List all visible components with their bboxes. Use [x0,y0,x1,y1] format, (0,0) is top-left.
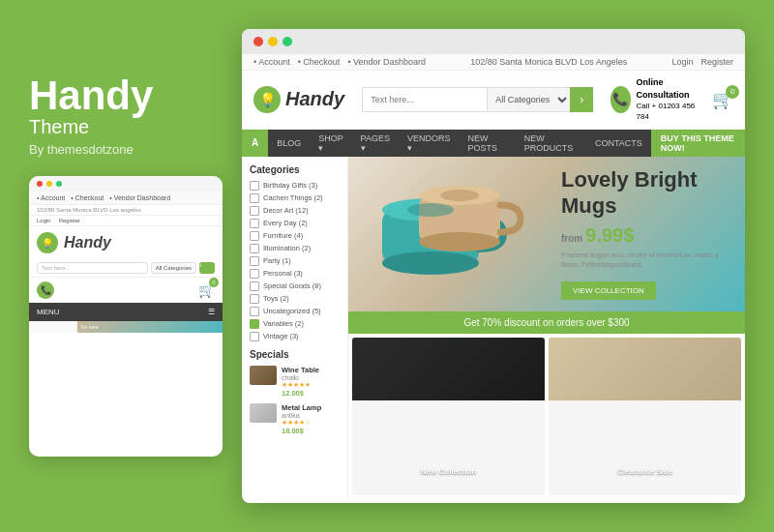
mobile-menu-bar[interactable]: MENU ☰ [29,303,223,321]
site-logo[interactable]: 💡 Handy [253,86,344,113]
mobile-nav-account[interactable]: • Account [37,194,65,201]
cat-vintage[interactable]: Vintage (3) [250,332,340,341]
site-consult: 📞 Online Consultation Call + 01203 456 7… [610,76,697,123]
mobile-logo-text: Handy [64,234,111,251]
mobile-top-bar [29,176,223,192]
site-logo-icon: 💡 [253,86,281,113]
mobile-content: Tor nare [29,321,223,333]
cat-variables[interactable]: Variables (2) [250,319,340,329]
site-search: All Categories › [362,87,593,112]
site-search-category[interactable]: All Categories [487,87,570,112]
cat-personal[interactable]: Personal (3) [250,269,340,279]
site-consult-text: Online Consultation Call + 01203 456 784 [637,76,698,123]
nav-cta[interactable]: BUY THIS THEME NOW! [651,130,745,157]
browser-dot-red [253,37,263,46]
product-new-collection[interactable]: New Collection [352,338,545,495]
mobile-register[interactable]: Register [59,218,80,223]
site-main: Lovely BrightMugs from 9.99$ Praesent au… [348,157,745,499]
mobile-login-row: Login Register [29,216,223,226]
product-img-new-collection [352,338,545,400]
mobile-cart-count: 0 [209,278,219,287]
hero-desc: Praesent augue arcu, ornare ut tincidunt… [561,251,726,270]
product-clearance[interactable]: Clearance Sale [549,338,741,495]
topbar-account[interactable]: • Account [253,57,290,67]
mobile-main: Tor nare [77,321,223,333]
nav-new-posts[interactable]: NEW POSTS [459,130,515,157]
view-collection-button[interactable]: VIEW COLLECTION [561,281,656,300]
site-topbar: • Account • Checkout • Vendor Dashboard … [242,54,745,71]
topbar-login[interactable]: Login [671,57,693,67]
cat-special[interactable]: Special Goods (8) [250,281,340,291]
nav-pages[interactable]: PAGES ▾ [352,130,399,157]
site-cart[interactable]: 🛒 0 [712,89,733,110]
svg-point-9 [407,203,454,217]
nav-vendors[interactable]: VENDORS ▾ [399,130,460,157]
special-wine-info: Wine Table chalki ★★★★★ 12.00$ [282,366,319,398]
special-lamp-info: Metal Lamp antika ★★★★☆ 18.00$ [282,403,321,435]
browser-dot-yellow [268,37,278,46]
cat-furniture[interactable]: Furniture (4) [250,231,340,241]
mobile-login[interactable]: Login [37,218,51,223]
mobile-nav-checkout[interactable]: • Checkout [71,194,104,201]
mobile-preview-label: Tor nare [77,321,223,333]
right-panel: • Account • Checkout • Vendor Dashboard … [242,29,745,503]
special-metal-lamp[interactable]: Metal Lamp antika ★★★★☆ 18.00$ [250,403,340,435]
cat-decor[interactable]: Decor Art (12) [250,206,340,216]
mobile-nav-vendor[interactable]: • Vendor Dashboard [109,194,170,201]
topbar-address: 102/80 Santa Monica BLVD Los Angeles [470,57,627,67]
topbar-register[interactable]: Register [700,57,733,67]
mobile-logo-icon: 💡 [37,232,58,253]
hero-price: from 9.99$ [561,224,726,247]
cat-toys[interactable]: Toys (2) [250,294,340,304]
site-search-input[interactable] [362,87,487,112]
site-search-button[interactable]: › [570,87,593,112]
mobile-dot-yellow [46,181,52,187]
mobile-menu-label: MENU [37,308,60,316]
sidebar-specials: Specials Wine Table chalki ★★★★★ 12.00$ … [250,349,340,435]
cat-illumination[interactable]: Illumination (2) [250,244,340,253]
left-panel: Handy Theme By themesdotzone • Account •… [29,75,242,457]
products-preview: New Collection Clearance Sale [348,334,745,499]
nav-contacts[interactable]: CONTACTS [586,130,651,157]
mobile-sidebar [29,321,77,333]
hero-banner: Lovely BrightMugs from 9.99$ Praesent au… [348,157,745,311]
hero-mugs-svg [348,157,542,311]
mobile-search-dropdown[interactable]: All Categories [151,262,196,274]
brand-title: Handy [29,75,242,116]
mobile-search-row: Text here... All Categories › [29,259,223,277]
special-wine-table[interactable]: Wine Table chalki ★★★★★ 12.00$ [250,366,340,398]
mobile-phone-icon: 📞 [37,281,54,299]
site-nav: A BLOG SHOP ▾ PAGES ▾ VENDORS ▾ NEW POST… [242,130,745,157]
site-phone-icon: 📞 [610,86,630,113]
topbar-checkout[interactable]: • Checkout [298,57,341,67]
svg-point-3 [382,251,479,275]
cat-party[interactable]: Party (1) [250,256,340,266]
cat-everyday[interactable]: Every Day (2) [250,219,340,228]
cat-uncategorized[interactable]: Uncategorized (5) [250,307,340,316]
cat-cachen[interactable]: Cachen Things (2) [250,193,340,203]
cat-birthday[interactable]: Birthday Gifts (3) [250,181,340,191]
product-img-clearance [549,338,741,400]
nav-new-products[interactable]: NEW PRODUCTS [516,130,586,157]
mobile-cart-badge[interactable]: 🛒 0 [198,281,215,299]
mobile-dot-green [56,181,62,187]
nav-blog[interactable]: BLOG [268,130,310,157]
mobile-search-button[interactable]: › [199,262,215,274]
svg-point-8 [440,190,479,201]
discount-banner: Get 70% discount on orders over $300 [348,311,745,334]
topbar-vendor[interactable]: • Vendor Dashboard [347,57,426,67]
mobile-dot-red [37,181,43,187]
product-label-clearance: Clearance Sale [549,467,741,476]
special-lamp-thumb [250,403,277,423]
mobile-consult-text: Online Consultation Call + 0123 456 789 [60,284,125,297]
mobile-search-input[interactable]: Text here... [37,262,148,274]
site-body: Categories Birthday Gifts (3) Cachen Thi… [242,157,745,499]
browser-top [242,29,745,54]
site-header: 💡 Handy All Categories › 📞 Online Consul… [242,71,745,130]
brand-subtitle: Theme [29,116,242,138]
site-nav-home[interactable]: A [242,130,268,157]
site-sidebar: Categories Birthday Gifts (3) Cachen Thi… [242,157,348,499]
mobile-logo-area: 💡 Handy [29,226,223,259]
categories-title: Categories [250,164,340,175]
nav-shop[interactable]: SHOP ▾ [310,130,351,157]
